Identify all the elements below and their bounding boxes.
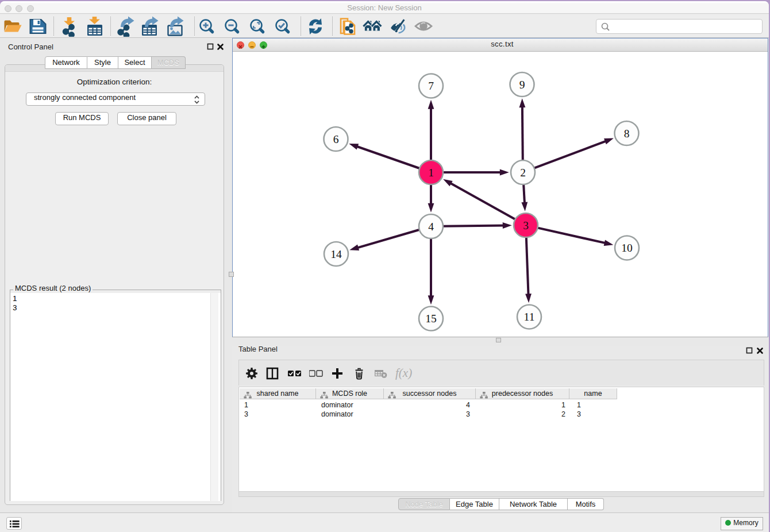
svg-text:14: 14: [330, 248, 342, 260]
svg-text:11: 11: [524, 311, 535, 323]
svg-text:9: 9: [519, 79, 525, 91]
svg-text:3: 3: [523, 219, 529, 232]
svg-text:2: 2: [520, 167, 526, 179]
svg-text:8: 8: [624, 128, 630, 140]
svg-text:6: 6: [333, 133, 339, 145]
svg-text:15: 15: [425, 313, 437, 325]
svg-text:4: 4: [428, 221, 434, 233]
svg-text:10: 10: [621, 242, 633, 254]
svg-text:7: 7: [428, 80, 434, 92]
svg-text:1: 1: [428, 167, 434, 179]
